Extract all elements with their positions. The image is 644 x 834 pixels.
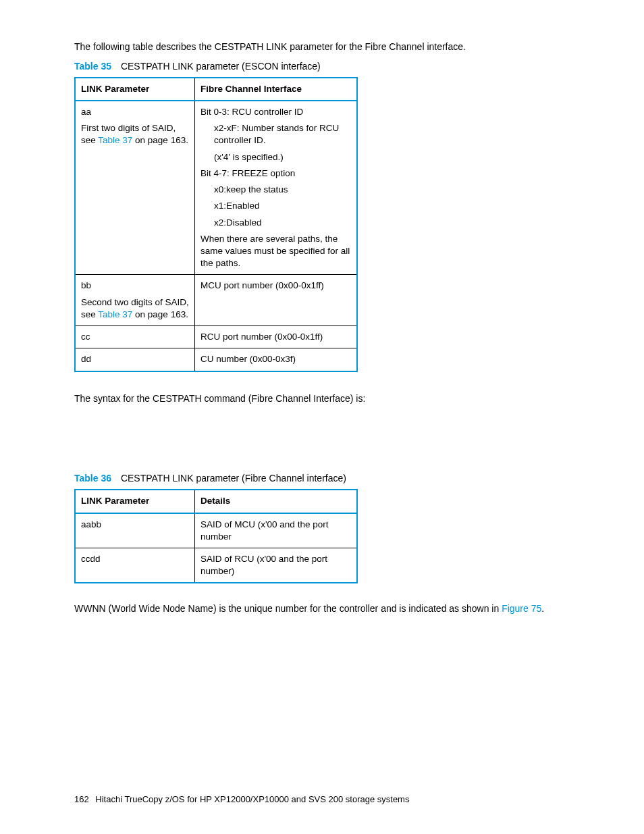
cell-bb-desc: Second two digits of SAID, see Table 37 … [81,296,189,321]
text: x2:Disabled [214,217,351,229]
table35-caption-text: CESTPATH LINK parameter (ESCON interface… [121,61,321,72]
document-page: The following table describes the CESTPA… [0,0,644,834]
text: x1:Enabled [214,200,351,212]
table35-head-col2: Fibre Channel Interface [195,78,358,101]
table36: LINK Parameter Details aabb SAID of MCU … [74,489,358,583]
table35-label: Table 35 [74,61,111,72]
table-row: aabb SAID of MCU (x'00 and the port numb… [75,513,357,548]
table36-caption: Table 36 CESTPATH LINK parameter (Fibre … [74,472,570,485]
link-table37[interactable]: Table 37 [98,135,132,145]
text: (x'4' is specified.) [214,151,351,163]
cell: SAID of MCU (x'00 and the port number [195,513,358,548]
end-paragraph: WWNN (World Wide Node Name) is the uniqu… [74,602,570,615]
cell-aa-desc: First two digits of SAID, see Table 37 o… [81,122,189,147]
cell-aa-code: aa [81,106,189,118]
cell-aa-left: aa First two digits of SAID, see Table 3… [75,101,195,275]
page-footer: 162 Hitachi TrueCopy z/OS for HP XP12000… [74,794,409,804]
link-figure75[interactable]: Figure 75 [502,603,541,614]
link-table37[interactable]: Table 37 [98,309,132,319]
cell-aa-right: Bit 0-3: RCU controller ID x2-xF: Number… [195,101,358,275]
table-row: dd CU number (0x00-0x3f) [75,348,357,371]
table-row: aa First two digits of SAID, see Table 3… [75,101,357,275]
cell: aabb [75,513,195,548]
text: x2-xF: Number stands for RCU controller … [214,122,351,147]
table36-label: Table 36 [74,473,111,484]
text: Bit 0-3: RCU controller ID [200,106,351,118]
cell: ccdd [75,548,195,583]
text: on page 163. [132,309,188,319]
text: . [541,603,544,614]
text: When there are several paths, the same v… [200,233,351,270]
table36-head-col1: LINK Parameter [75,490,195,513]
text: WWNN (World Wide Node Name) is the uniqu… [74,603,502,614]
table35-caption: Table 35 CESTPATH LINK parameter (ESCON … [74,60,570,73]
text: x0:keep the status [214,184,351,196]
cell-dd-left: dd [75,348,195,371]
cell-dd-right: CU number (0x00-0x3f) [195,348,358,371]
cell-cc-left: cc [75,326,195,348]
text: Bit 4-7: FREEZE option [200,167,351,180]
cell-bb-code: bb [81,280,189,292]
page-number: 162 [74,794,89,804]
mid-paragraph: The syntax for the CESTPATH command (Fib… [74,392,570,405]
cell-cc-right: RCU port number (0x00-0x1ff) [195,326,358,348]
footer-text: Hitachi TrueCopy z/OS for HP XP12000/XP1… [95,794,409,804]
table-row: bb Second two digits of SAID, see Table … [75,275,357,326]
cell-bb-right: MCU port number (0x00-0x1ff) [195,275,358,326]
table36-caption-text: CESTPATH LINK parameter (Fibre Channel i… [121,473,346,484]
intro-paragraph: The following table describes the CESTPA… [74,41,570,53]
cell: SAID of RCU (x'00 and the port number) [195,548,358,583]
cell-bb-left: bb Second two digits of SAID, see Table … [75,275,195,326]
table35: LINK Parameter Fibre Channel Interface a… [74,77,358,372]
table-row: ccdd SAID of RCU (x'00 and the port numb… [75,548,357,583]
text: on page 163. [132,135,188,145]
table36-head-col2: Details [195,490,358,513]
table35-head-col1: LINK Parameter [75,78,195,101]
table-row: cc RCU port number (0x00-0x1ff) [75,326,357,348]
